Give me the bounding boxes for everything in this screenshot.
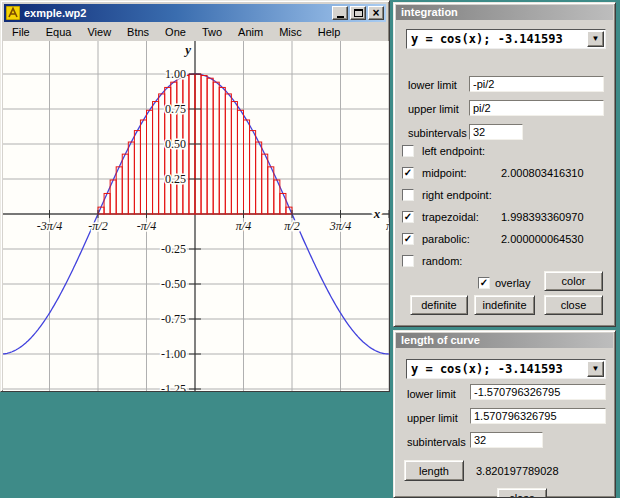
menu-bar: FileEquaViewBtnsOneTwoAnimMiscHelp bbox=[4, 23, 386, 41]
random-label: random: bbox=[422, 255, 462, 267]
overlay-label: overlay bbox=[495, 277, 530, 289]
riemann-rect bbox=[140, 120, 146, 214]
length-close-button[interactable]: close bbox=[497, 488, 547, 498]
integration-equation-text: y = cos(x); -3.141593 bbox=[407, 32, 587, 46]
x-tick-label: π bbox=[386, 219, 389, 233]
midpoint-value: 2.000803416310 bbox=[501, 167, 584, 179]
graph-svg: -3π/4-π/2-π/4π/4π/23π/4π1.000.750.500.25… bbox=[3, 41, 389, 391]
right-endpoint-checkbox[interactable] bbox=[402, 189, 414, 201]
random-checkbox[interactable] bbox=[402, 255, 414, 267]
trapezoidal-checkbox[interactable]: ✓ bbox=[402, 211, 414, 223]
riemann-rect bbox=[104, 193, 110, 214]
integration-upper-limit-label: upper limit bbox=[408, 103, 459, 115]
maximize-button[interactable] bbox=[350, 6, 366, 20]
menu-file[interactable]: File bbox=[4, 24, 38, 40]
minimize-button[interactable] bbox=[332, 6, 348, 20]
riemann-rect bbox=[256, 142, 262, 214]
graph-area[interactable]: -3π/4-π/2-π/4π/4π/23π/4π1.000.750.500.25… bbox=[3, 41, 389, 391]
length-subintervals-label: subintervals bbox=[407, 436, 466, 448]
menu-view[interactable]: View bbox=[79, 24, 119, 40]
integration-titlebar[interactable]: integration bbox=[396, 5, 613, 20]
main-window: exmple.wp2 × FileEquaViewBtnsOneTwoAnimM… bbox=[0, 0, 390, 392]
length-lower-limit-label: lower limit bbox=[407, 388, 456, 400]
length-lower-limit-input[interactable] bbox=[470, 384, 606, 400]
integration-panel: integration y = cos(x); -3.141593 ▼ lowe… bbox=[393, 2, 616, 327]
menu-equa[interactable]: Equa bbox=[38, 24, 80, 40]
color-button[interactable]: color bbox=[544, 271, 603, 291]
midpoint-label: midpoint: bbox=[422, 167, 467, 179]
riemann-rect bbox=[280, 193, 286, 214]
main-titlebar[interactable]: exmple.wp2 × bbox=[4, 4, 386, 22]
riemann-rect bbox=[116, 167, 122, 214]
x-tick-label: 3π/4 bbox=[329, 219, 351, 233]
length-upper-limit-label: upper limit bbox=[407, 412, 458, 424]
trapezoidal-value: 1.998393360970 bbox=[501, 211, 584, 223]
riemann-rect bbox=[225, 94, 231, 214]
menu-two[interactable]: Two bbox=[194, 24, 230, 40]
riemann-rect bbox=[207, 78, 213, 214]
x-tick-label: -3π/4 bbox=[37, 219, 62, 233]
y-tick-label: -0.25 bbox=[161, 242, 186, 256]
x-tick-label: π/4 bbox=[236, 219, 251, 233]
minimize-icon bbox=[337, 16, 344, 18]
integration-lower-limit-label: lower limit bbox=[408, 79, 457, 91]
riemann-rect bbox=[244, 120, 250, 214]
definite-button[interactable]: definite bbox=[410, 295, 468, 315]
length-value: 3.820197789028 bbox=[476, 465, 559, 477]
riemann-rect bbox=[237, 110, 243, 214]
y-tick-label: -0.75 bbox=[161, 312, 186, 326]
riemann-rect bbox=[262, 154, 268, 214]
integration-close-button[interactable]: close bbox=[544, 295, 603, 315]
trapezoidal-label: trapezoidal: bbox=[422, 211, 479, 223]
parabolic-checkbox[interactable]: ✓ bbox=[402, 233, 414, 245]
menu-misc[interactable]: Misc bbox=[271, 24, 310, 40]
y-tick-label: 0.25 bbox=[165, 172, 186, 186]
indefinite-button[interactable]: indefinite bbox=[474, 295, 535, 315]
left-endpoint-checkbox[interactable] bbox=[402, 145, 414, 157]
length-upper-limit-input[interactable] bbox=[470, 408, 606, 424]
parabolic-value: 2.000000064530 bbox=[501, 233, 584, 245]
length-subintervals-input[interactable] bbox=[470, 432, 543, 448]
length-of-curve-panel: length of curve y = cos(x); -3.141593 ▼ … bbox=[393, 330, 616, 498]
window-title: exmple.wp2 bbox=[24, 7, 330, 19]
integration-lower-limit-input[interactable] bbox=[469, 76, 604, 92]
left-endpoint-label: left endpoint: bbox=[422, 145, 485, 157]
app-icon bbox=[6, 6, 20, 20]
riemann-rect bbox=[231, 102, 237, 214]
riemann-rect bbox=[147, 110, 153, 214]
chevron-down-icon[interactable]: ▼ bbox=[587, 31, 604, 47]
riemann-rect bbox=[128, 142, 134, 214]
x-axis-label: x bbox=[373, 206, 381, 221]
riemann-rect bbox=[219, 87, 225, 214]
riemann-rect bbox=[250, 131, 256, 214]
y-axis-label: y bbox=[183, 42, 191, 57]
integration-subintervals-input[interactable] bbox=[469, 124, 523, 140]
menu-help[interactable]: Help bbox=[310, 24, 349, 40]
riemann-rect bbox=[122, 154, 128, 214]
maximize-icon bbox=[354, 9, 363, 17]
y-tick-label: 0.75 bbox=[165, 102, 186, 116]
chevron-down-icon[interactable]: ▼ bbox=[587, 361, 604, 377]
overlay-checkbox[interactable]: ✓ bbox=[478, 277, 490, 289]
y-tick-label: -1.00 bbox=[161, 347, 186, 361]
x-tick-label: -π/2 bbox=[88, 219, 107, 233]
parabolic-label: parabolic: bbox=[422, 233, 470, 245]
menu-one[interactable]: One bbox=[157, 24, 194, 40]
riemann-rect bbox=[159, 94, 165, 214]
riemann-rect bbox=[134, 131, 140, 214]
length-button[interactable]: length bbox=[404, 460, 464, 481]
integration-upper-limit-input[interactable] bbox=[469, 100, 604, 116]
menu-btns[interactable]: Btns bbox=[119, 24, 157, 40]
menu-anim[interactable]: Anim bbox=[230, 24, 271, 40]
length-equation-combo[interactable]: y = cos(x); -3.141593 ▼ bbox=[406, 359, 606, 379]
desktop: exmple.wp2 × FileEquaViewBtnsOneTwoAnimM… bbox=[0, 0, 620, 498]
integration-equation-combo[interactable]: y = cos(x); -3.141593 ▼ bbox=[406, 29, 606, 49]
midpoint-checkbox[interactable]: ✓ bbox=[402, 167, 414, 179]
length-titlebar[interactable]: length of curve bbox=[396, 333, 613, 348]
y-tick-label: 1.00 bbox=[165, 67, 186, 81]
riemann-rect bbox=[153, 102, 159, 214]
close-button[interactable]: × bbox=[368, 6, 384, 20]
riemann-rect bbox=[213, 82, 219, 214]
integration-subintervals-label: subintervals bbox=[408, 127, 467, 139]
riemann-rect bbox=[268, 167, 274, 214]
